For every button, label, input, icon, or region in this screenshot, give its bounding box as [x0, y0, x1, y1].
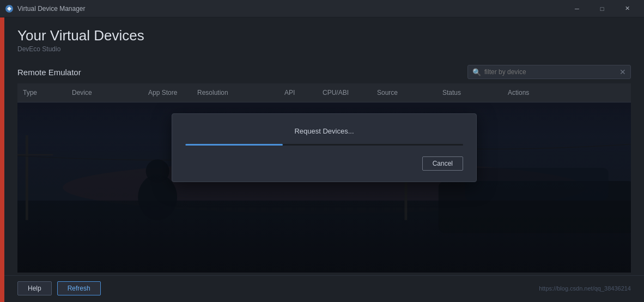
- header-section: Your Virtual Devices DevEco Studio: [4, 17, 644, 58]
- table-body: Request Devices... Cancel: [17, 102, 631, 273]
- main-content: Your Virtual Devices DevEco Studio Remot…: [4, 17, 644, 302]
- help-button[interactable]: Help: [17, 281, 52, 295]
- refresh-button[interactable]: Refresh: [57, 281, 101, 295]
- title-bar: Virtual Device Manager ─ □ ✕: [0, 0, 644, 17]
- col-type: Type: [17, 83, 66, 102]
- footer-url: https://blog.csdn.net/qq_38436214: [539, 285, 631, 292]
- request-dialog: Request Devices... Cancel: [172, 113, 477, 182]
- page-subtitle: DevEco Studio: [17, 45, 631, 53]
- search-box[interactable]: 🔍 ✕: [467, 65, 631, 79]
- search-clear-icon[interactable]: ✕: [619, 68, 626, 76]
- dialog-actions: Cancel: [185, 156, 463, 171]
- col-device: Device: [66, 83, 143, 102]
- search-icon: 🔍: [472, 68, 481, 76]
- footer-buttons: Help Refresh: [17, 281, 101, 295]
- maximize-button[interactable]: □: [590, 0, 615, 17]
- col-status: Status: [437, 83, 502, 102]
- progress-bar-fill: [185, 144, 283, 146]
- col-source: Source: [372, 83, 437, 102]
- app-icon: [4, 4, 14, 14]
- col-api: API: [279, 83, 317, 102]
- table-header: Type Device App Store Resolution API CPU…: [17, 83, 631, 102]
- col-cpuabi: CPU/ABI: [317, 83, 372, 102]
- table-area: Type Device App Store Resolution API CPU…: [17, 83, 631, 275]
- left-accent-bar: [0, 17, 4, 302]
- col-appstore: App Store: [143, 83, 192, 102]
- close-button[interactable]: ✕: [615, 0, 640, 17]
- page-title: Your Virtual Devices: [17, 27, 631, 44]
- col-resolution: Resolution: [192, 83, 279, 102]
- title-bar-title: Virtual Device Manager: [17, 5, 564, 13]
- progress-bar: [185, 144, 463, 146]
- title-bar-controls: ─ □ ✕: [564, 0, 640, 17]
- minimize-button[interactable]: ─: [564, 0, 590, 17]
- section-title: Remote Emulator: [17, 68, 81, 77]
- footer: Help Refresh https://blog.csdn.net/qq_38…: [4, 275, 644, 302]
- section-row: Remote Emulator 🔍 ✕: [4, 61, 644, 83]
- col-actions: Actions: [502, 83, 631, 102]
- dialog-message: Request Devices...: [185, 127, 463, 135]
- search-input[interactable]: [484, 68, 619, 76]
- cancel-button[interactable]: Cancel: [422, 156, 463, 171]
- dialog-overlay: Request Devices... Cancel: [17, 102, 631, 273]
